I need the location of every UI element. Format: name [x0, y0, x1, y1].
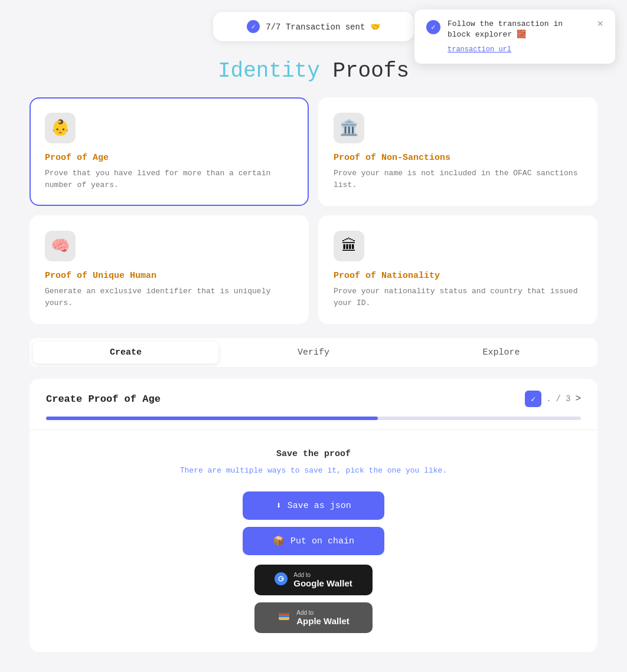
create-nav-total: 3 [566, 394, 570, 404]
notification-content: Follow the transaction in block explorer… [448, 19, 590, 54]
proof-age-title: Proof of Age [45, 153, 293, 163]
google-wallet-icon [275, 572, 288, 588]
create-nav-check-icon [525, 391, 541, 407]
proof-card-unique-human[interactable]: 🧠 Proof of Unique Human Generate an excl… [30, 215, 309, 324]
google-wallet-text: Add to Google Wallet [293, 572, 352, 588]
notification-close-button[interactable]: × [597, 19, 603, 29]
save-proof-content: Save the proof There are multiple ways t… [30, 444, 597, 652]
download-icon: ⬇ [276, 500, 282, 512]
google-wallet-add-label: Add to [293, 572, 311, 578]
proof-unique-human-title: Proof of Unique Human [45, 271, 293, 281]
notification-title: Follow the transaction in block explorer… [448, 19, 590, 40]
svg-rect-1 [281, 578, 283, 579]
add-to-google-wallet-button[interactable]: Add to Google Wallet [254, 565, 373, 595]
save-proof-title: Save the proof [46, 449, 581, 459]
apple-wallet-text: Add to Apple Wallet [296, 609, 349, 626]
tab-verify[interactable]: Verify [221, 342, 406, 363]
create-nav-arrow[interactable]: > [575, 394, 581, 404]
proof-non-sanctions-title: Proof of Non-Sanctions [334, 153, 582, 163]
create-nav-step: . [546, 394, 551, 404]
transaction-url-link[interactable]: transaction url [448, 45, 511, 54]
proof-nationality-title: Proof of Nationality [334, 271, 582, 281]
chain-icon: 📦 [273, 535, 285, 547]
apple-wallet-add-label: Add to [296, 609, 314, 616]
proof-nationality-icon: 🏛 [334, 231, 364, 261]
proof-age-desc: Prove that you have lived for more than … [45, 168, 293, 191]
progress-bar-background [46, 417, 581, 420]
svg-rect-4 [279, 615, 289, 616]
proof-card-non-sanctions[interactable]: 🏛️ Proof of Non-Sanctions Prove your nam… [318, 97, 597, 206]
proof-non-sanctions-icon: 🏛️ [334, 113, 364, 143]
transaction-check-icon [247, 20, 260, 33]
proof-card-age[interactable]: 👶 Proof of Age Prove that you have lived… [30, 97, 309, 206]
proof-cards-grid: 👶 Proof of Age Prove that you have lived… [0, 97, 627, 324]
notification-banner: Follow the transaction in block explorer… [414, 9, 615, 64]
proof-card-nationality[interactable]: 🏛 Proof of Nationality Prove your nation… [318, 215, 597, 324]
proof-unique-human-desc: Generate an exclusive identifier that is… [45, 286, 293, 309]
svg-rect-5 [279, 616, 289, 617]
apple-wallet-name-label: Apple Wallet [296, 616, 349, 626]
put-chain-label: Put on chain [290, 536, 354, 546]
notification-check-icon [426, 20, 440, 34]
proof-nationality-desc: Prove your nationality status and countr… [334, 286, 582, 309]
save-as-json-button[interactable]: ⬇ Save as json [243, 491, 384, 520]
add-to-apple-wallet-button[interactable]: Add to Apple Wallet [254, 602, 373, 633]
tab-explore[interactable]: Explore [409, 342, 594, 363]
create-title: Create Proof of Age [46, 394, 161, 405]
google-wallet-name-label: Google Wallet [293, 578, 352, 588]
create-header: Create Proof of Age . / 3 > [30, 379, 597, 417]
put-on-chain-button[interactable]: 📦 Put on chain [243, 527, 384, 555]
create-proof-section: Create Proof of Age . / 3 > Save the pro… [30, 379, 597, 652]
proof-unique-human-icon: 🧠 [45, 231, 76, 261]
transaction-banner: 7/7 Transaction sent 🤝 [213, 12, 414, 41]
apple-wallet-icon [277, 610, 290, 626]
progress-bar-container [30, 417, 597, 430]
section-divider [30, 430, 597, 430]
page-title-proofs: Proofs [320, 59, 409, 83]
tabs-container: Create Verify Explore [30, 338, 597, 367]
save-json-label: Save as json [288, 501, 351, 511]
save-proof-subtitle: There are multiple ways to save it, pick… [46, 466, 581, 475]
transaction-text: 7/7 Transaction sent 🤝 [266, 22, 380, 32]
tab-create[interactable]: Create [33, 342, 218, 363]
create-nav: . / 3 > [525, 391, 581, 407]
page-title-identity: Identity [218, 59, 320, 83]
progress-bar-fill [46, 417, 378, 420]
create-nav-separator: / [556, 394, 561, 404]
proof-age-icon: 👶 [45, 113, 76, 143]
proof-non-sanctions-desc: Prove your name is not included in the O… [334, 168, 582, 191]
